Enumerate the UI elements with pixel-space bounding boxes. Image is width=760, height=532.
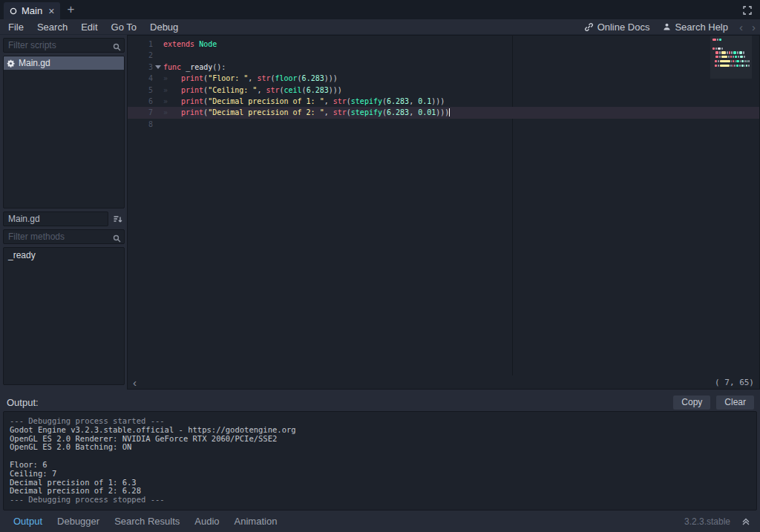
search-icon <box>113 41 121 54</box>
person-icon <box>663 22 671 31</box>
filter-methods-input[interactable] <box>3 229 125 244</box>
script-name: Main.gd <box>19 58 50 68</box>
tab-indent-mark: » <box>163 96 181 107</box>
history-back-icon[interactable]: ‹ <box>735 22 747 33</box>
filter-scripts-input[interactable] <box>3 38 125 53</box>
code-text: »print("Ceiling: ", str(ceil(6.283))) <box>163 85 342 96</box>
code-text: »print("Floor: ", str(floor(6.283))) <box>163 73 338 84</box>
code-line-7: 7»print("Decimal precision of 2: ", str(… <box>128 107 759 118</box>
main-area: Main.gd Main.gd _ready 1extends Node23fu… <box>0 35 760 390</box>
minimap-line <box>712 39 750 41</box>
close-icon[interactable]: × <box>48 6 54 16</box>
minimap-line <box>712 56 750 58</box>
menu-bar: FileSearchEditGo ToDebug Online Docs Sea… <box>0 19 760 35</box>
sort-methods-button[interactable] <box>110 211 125 226</box>
console-line: --- Debugging process stopped --- <box>10 496 750 505</box>
menu-search[interactable]: Search <box>30 22 74 33</box>
minimap-line <box>712 43 750 45</box>
search-help-label: Search Help <box>675 22 728 33</box>
link-icon <box>584 22 594 32</box>
line-number: 2 <box>128 50 153 61</box>
minimap[interactable] <box>710 36 752 79</box>
methods-list: _ready <box>3 247 125 385</box>
line-number: 5 <box>128 85 153 96</box>
caret-position-label: ( 7, 65) <box>715 378 754 387</box>
tab-indent-mark: » <box>163 73 181 84</box>
line-number: 1 <box>128 39 153 50</box>
console-line: OpenGL ES 2.0 Batching: ON <box>10 443 750 452</box>
version-label: 3.2.3.stable <box>684 516 738 527</box>
search-icon <box>113 232 121 246</box>
tab-indent-mark: » <box>163 85 181 96</box>
bottom-tab-debugger[interactable]: Debugger <box>50 516 107 527</box>
console-line: Ceiling: 7 <box>10 470 750 479</box>
code-line-6: 6»print("Decimal precision of 1: ", str(… <box>128 96 759 107</box>
copy-button[interactable]: Copy <box>673 395 710 410</box>
history-forward-icon[interactable]: › <box>747 22 760 33</box>
method-list-item[interactable]: _ready <box>4 248 124 261</box>
minimap-line <box>712 65 750 67</box>
scripts-sidebar: Main.gd Main.gd _ready <box>0 35 127 390</box>
clear-button[interactable]: Clear <box>716 395 754 410</box>
code-line-4: 4»print("Floor: ", str(floor(6.283))) <box>128 73 759 84</box>
menu-edit[interactable]: Edit <box>74 22 104 33</box>
code-text: »print("Decimal precision of 2: ", str(s… <box>163 107 450 118</box>
bottom-tab-animation[interactable]: Animation <box>227 516 285 527</box>
code-area[interactable]: 1extends Node23func _ready():4»print("Fl… <box>128 36 759 375</box>
line-number: 8 <box>128 119 153 130</box>
line-number: 6 <box>128 96 153 107</box>
menu-file[interactable]: File <box>1 22 30 33</box>
new-script-button[interactable]: + <box>60 2 81 19</box>
expand-bottom-panel-icon[interactable] <box>738 517 754 525</box>
sort-icon <box>113 214 122 224</box>
gear-icon <box>7 59 15 68</box>
bottom-tab-output[interactable]: Output <box>6 516 50 527</box>
line-number: 7 <box>128 107 153 118</box>
code-text: func _ready(): <box>163 62 226 73</box>
output-header: Output: Copy Clear <box>3 393 757 411</box>
line-number: 3 <box>128 62 153 73</box>
code-line-5: 5»print("Ceiling: ", str(ceil(6.283))) <box>128 85 759 96</box>
bottom-tab-audio[interactable]: Audio <box>187 516 226 527</box>
minimap-line <box>712 60 750 62</box>
minimap-line <box>712 51 750 53</box>
console-line <box>10 452 750 461</box>
distraction-free-mode-icon[interactable] <box>738 6 756 19</box>
output-panel: Output: Copy Clear --- Debugging process… <box>0 390 760 510</box>
tab-indent-mark: » <box>163 107 181 118</box>
minimap-line <box>712 47 750 50</box>
online-docs-label: Online Docs <box>597 22 650 33</box>
scroll-left-icon[interactable]: ‹ <box>133 377 137 388</box>
console-line: Godot Engine v3.2.3.stable.official - ht… <box>10 426 750 435</box>
code-line-2: 2 <box>128 50 759 61</box>
code-line-3: 3func _ready(): <box>128 62 759 73</box>
editor-status-row: ‹ ( 7, 65) <box>128 375 759 389</box>
script-list-item[interactable]: Main.gd <box>4 56 124 70</box>
code-text: »print("Decimal precision of 1: ", str(s… <box>163 96 445 107</box>
code-line-8: 8 <box>128 119 759 130</box>
minimap-line <box>712 68 750 70</box>
code-editor[interactable]: 1extends Node23func _ready():4»print("Fl… <box>127 35 760 390</box>
code-text: extends Node <box>163 39 217 50</box>
bottom-tab-search-results[interactable]: Search Results <box>107 516 187 527</box>
scripts-list: Main.gd <box>3 56 125 208</box>
fold-arrow-icon[interactable] <box>153 65 163 69</box>
output-title: Output: <box>7 397 39 408</box>
code-line-1: 1extends Node <box>128 39 759 50</box>
line-number: 4 <box>128 73 153 84</box>
online-docs-button[interactable]: Online Docs <box>577 22 657 33</box>
text-caret <box>449 108 450 116</box>
menu-go-to[interactable]: Go To <box>105 22 143 33</box>
node-script-icon <box>10 7 17 15</box>
godot-script-editor-window: Main × + FileSearchEditGo ToDebug Online… <box>0 0 760 532</box>
bottom-panel-bar: OutputDebuggerSearch ResultsAudioAnimati… <box>0 510 760 532</box>
console-line: Floor: 6 <box>10 461 750 470</box>
script-tab-bar: Main × + <box>0 0 760 19</box>
current-script-field[interactable]: Main.gd <box>3 211 108 226</box>
menu-debug[interactable]: Debug <box>143 22 185 33</box>
console-output: --- Debugging process started ---Godot E… <box>3 411 757 510</box>
script-tab-label: Main <box>22 5 42 16</box>
search-help-button[interactable]: Search Help <box>656 22 735 33</box>
script-tab-main[interactable]: Main × <box>4 2 60 19</box>
